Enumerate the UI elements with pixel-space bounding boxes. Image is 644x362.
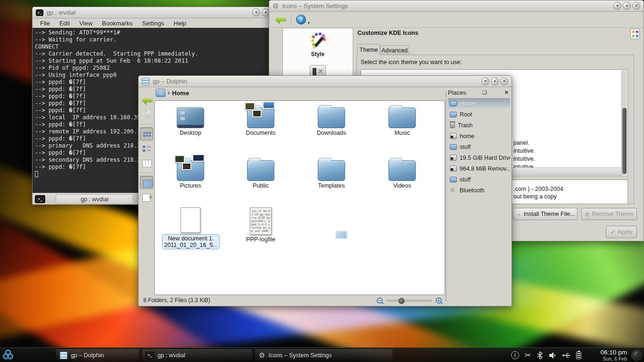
task-system-settings[interactable]: ⚙ Icons – System Settings [255, 349, 393, 362]
zoom-slider-thumb[interactable] [398, 298, 405, 304]
file-ppp-logfile[interactable]: Jan 17 09:47:18 gp-Aspire-5738 pppd[1946… [232, 206, 289, 243]
zoom-in-icon[interactable]: + [436, 297, 442, 304]
dolphin-folder-view[interactable]: Desktop Documents Downloads Music [154, 100, 445, 295]
back-button[interactable] [141, 96, 153, 105]
back-button[interactable] [275, 15, 286, 25]
panel-toolbox-cashew[interactable] [631, 350, 642, 361]
logfile-preview-icon: Jan 17 09:47:18 gp-Aspire-5738 pppd[1946… [250, 207, 272, 235]
places-item-bluetooth[interactable]: ⚙ Bluetooth [448, 185, 510, 196]
terminal-icon: >_ [36, 9, 43, 16]
places-item-stuff2[interactable]: stuff [448, 174, 510, 185]
konsole-tab[interactable]: gp : wvdial [56, 194, 133, 204]
gear-icon: ⚙ [272, 2, 279, 10]
menu-bookmarks[interactable]: Bookmarks [102, 20, 132, 27]
dolphin-icon [142, 78, 149, 85]
places-label: Root [460, 111, 472, 118]
folder-documents[interactable]: Documents [232, 105, 289, 136]
chevron-down-icon[interactable]: ▾ [308, 21, 310, 25]
menu-edit[interactable]: Edit [59, 20, 70, 27]
apply-label: Apply [618, 229, 632, 235]
menu-view[interactable]: View [79, 20, 92, 27]
konsole-titlebar[interactable]: >_ gp : wvdial ▾ ● ✕ [33, 7, 282, 18]
menu-settings[interactable]: Settings [142, 20, 164, 27]
bluetooth-icon[interactable] [537, 351, 543, 360]
places-item-stuff[interactable]: stuff [448, 141, 510, 152]
app-launcher-button[interactable] [0, 348, 16, 362]
description-fragment: out being a copy [513, 193, 557, 200]
zoom-out-icon[interactable]: − [377, 297, 383, 304]
file-label: PPP-logfile [232, 236, 289, 243]
terminal-cursor [35, 171, 38, 177]
places-item-hard-drive[interactable]: 19.5 GiB Hard Drive [448, 152, 510, 163]
help-button[interactable]: ? [296, 15, 306, 25]
minimize-button[interactable]: ▾ [613, 2, 621, 10]
terminal-line: --> Sending: ATDT*99***1# [35, 29, 280, 36]
folder-label: Templates [303, 182, 360, 189]
zoom-slider[interactable] [387, 300, 432, 302]
columns-view-button[interactable] [140, 156, 153, 170]
list-item-fragment: panel. [513, 140, 529, 146]
clock[interactable]: 06:10 pm Sun, 6 Feb [601, 349, 627, 362]
breadcrumb-home[interactable]: Home [172, 90, 189, 97]
places-item-removable[interactable]: 964.8 MiB Remov... [448, 163, 510, 174]
preview-toggle-button[interactable] [140, 176, 153, 189]
forward-button[interactable] [141, 110, 153, 119]
folder-templates[interactable]: Templates [303, 157, 360, 189]
scrollbar-thumb[interactable] [622, 108, 627, 174]
list-item-fragment: intuitive. [513, 148, 535, 154]
places-item-home[interactable]: Home [448, 98, 510, 109]
folder-videos[interactable]: Videos [374, 157, 430, 189]
usb-device-notifier-icon[interactable] [562, 352, 570, 359]
folder-public[interactable]: Public [232, 157, 289, 189]
battery-icon[interactable] [576, 352, 581, 359]
dolphin-statusbar: 8 Folders, 2 Files (3.3 KiB) [139, 294, 512, 306]
places-item-root[interactable]: Root [448, 109, 510, 120]
minimize-button[interactable]: ▾ [252, 8, 260, 16]
close-button[interactable]: ✕ [632, 2, 640, 10]
folder-desktop[interactable]: Desktop [162, 105, 219, 136]
minimize-button[interactable]: ▾ [481, 77, 489, 85]
volume-icon[interactable] [549, 352, 556, 359]
list-scrollbar[interactable] [621, 70, 627, 176]
maximize-button[interactable]: ● [491, 77, 499, 85]
places-item-trash[interactable]: Trash [448, 120, 510, 131]
places-item-home-partition[interactable]: home [448, 131, 510, 141]
apply-button[interactable]: ✔ Apply [606, 226, 637, 238]
icons-view-button[interactable] [140, 127, 153, 140]
panel-resize-handle[interactable] [446, 92, 446, 301]
folder-pictures[interactable]: Pictures [162, 157, 219, 189]
maximize-button[interactable]: ● [623, 2, 631, 10]
notifications-icon[interactable]: i [511, 351, 519, 359]
system-tray: i ✂ [511, 348, 581, 362]
tab-theme[interactable]: Theme [357, 44, 380, 55]
tab-advanced[interactable]: Advanced [380, 45, 409, 55]
konsole-title: gp : wvdial [47, 9, 75, 16]
klipper-scissors-icon[interactable]: ✂ [525, 351, 531, 360]
install-theme-button[interactable]: → Install Theme File... [513, 208, 578, 220]
home-icon[interactable]: ⌂ [156, 89, 165, 97]
menu-help[interactable]: Help [173, 20, 186, 27]
install-arrow-icon: → [515, 211, 521, 217]
sidebar-item-label: Style [283, 51, 353, 58]
places-label: Home [460, 100, 475, 107]
task-dolphin[interactable]: gp – Dolphin [56, 349, 140, 362]
taskbar: gp – Dolphin >_ gp : wvdial ⚙ Icons – Sy… [0, 347, 644, 362]
detach-panel-icon[interactable]: ❏ [481, 90, 488, 96]
task-wvdial[interactable]: >_ gp : wvdial [141, 349, 253, 362]
new-tab-button[interactable]: >_ [35, 195, 45, 203]
remove-theme-button[interactable]: ⊘ Remove Theme [581, 208, 637, 220]
sidebar-item-style[interactable]: Style [283, 28, 353, 58]
icon-sizes-icon[interactable] [630, 29, 640, 39]
folder-music[interactable]: Music [374, 105, 430, 136]
file-name-line2: 2011_01_20_16_5... [164, 242, 218, 248]
settings-titlebar[interactable]: ⚙ Icons – System Settings ▾ ● ✕ [269, 0, 644, 12]
folder-label: Desktop [162, 130, 219, 136]
menu-file[interactable]: File [40, 20, 50, 27]
folder-downloads[interactable]: Downloads [303, 105, 360, 136]
file-new-document[interactable]: New document 1. 2011_01_20_16_5... [162, 206, 219, 249]
close-button[interactable]: ✕ [500, 77, 508, 85]
close-panel-icon[interactable]: ✕ [503, 90, 510, 96]
details-view-button[interactable] [140, 142, 153, 155]
split-view-button[interactable]: + [140, 190, 153, 204]
dolphin-titlebar[interactable]: gp – Dolphin ▾ ● ✕ [139, 76, 512, 87]
